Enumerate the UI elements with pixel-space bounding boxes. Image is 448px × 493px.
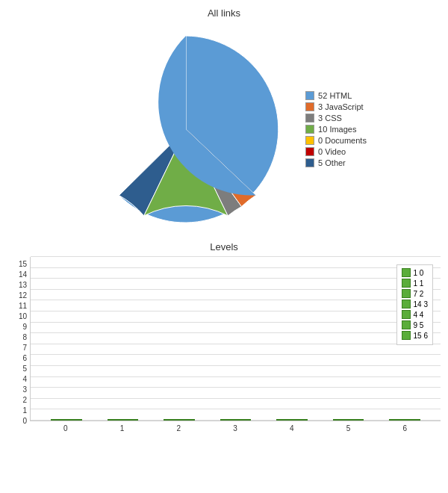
legend-color-other	[305, 158, 314, 167]
x-label: 0	[37, 424, 94, 432]
y-label-3: 3	[22, 386, 27, 394]
legend-label-other: 5 Other	[318, 158, 346, 167]
bar-legend-color	[402, 268, 411, 277]
bar-legend-color	[402, 279, 411, 288]
bar-legend-color	[402, 300, 411, 308]
bar-y-axis: 15 14 13 12 11 10 9 8 7 6 5 4 3 2 1 0	[7, 261, 30, 425]
bar-group	[376, 419, 433, 421]
bar-legend-label: 1 0	[414, 269, 424, 277]
bar-legend-item: 1 0	[402, 268, 428, 277]
bar	[276, 419, 308, 421]
bar	[389, 419, 420, 421]
bar-legend-label: 15 6	[414, 332, 428, 340]
bar-legend-label: 4 4	[414, 311, 424, 319]
y-label-11: 11	[19, 303, 27, 310]
x-label: 2	[150, 424, 207, 432]
bar-group	[151, 419, 208, 421]
legend-color-js	[305, 102, 314, 111]
legend-item-html: 52 HTML	[305, 91, 367, 100]
y-label-0: 0	[22, 418, 27, 425]
y-label-15: 15	[19, 261, 27, 268]
y-label-1: 1	[22, 407, 27, 415]
x-label: 3	[207, 424, 264, 432]
bar-legend-item: 7 2	[402, 289, 428, 298]
bar-legend-label: 9 5	[414, 321, 424, 329]
bar	[108, 419, 139, 421]
y-label-7: 7	[22, 344, 27, 352]
x-label: 5	[320, 424, 377, 432]
bar	[51, 419, 82, 421]
x-label: 6	[376, 424, 433, 432]
y-label-10: 10	[19, 313, 27, 320]
legend-color-html	[305, 91, 314, 100]
bar-legend-color	[402, 310, 411, 319]
legend-label-images: 10 Images	[318, 125, 356, 134]
legend-item-video: 0 Video	[305, 147, 367, 156]
bar-legend-label: 7 2	[414, 290, 424, 298]
bar-legend-item: 9 5	[402, 320, 428, 329]
bar-group	[95, 419, 152, 421]
chart-container: All links	[0, 0, 448, 493]
bar-legend-label: 14 3	[414, 300, 428, 308]
pie-section: All links	[0, 7, 448, 234]
bar-group	[264, 419, 320, 421]
y-label-13: 13	[19, 282, 27, 289]
legend-item-documents: 0 Documents	[305, 136, 367, 145]
legend-color-images	[305, 125, 314, 134]
bar-group	[38, 419, 95, 421]
legend-label-html: 52 HTML	[318, 91, 352, 100]
y-label-2: 2	[22, 397, 27, 404]
bar-legend-item: 1 1	[402, 279, 428, 288]
bar-group	[208, 419, 264, 421]
bars-container	[31, 257, 441, 421]
legend-item-css: 3 CSS	[305, 114, 367, 123]
y-label-4: 4	[22, 376, 27, 383]
y-label-8: 8	[22, 334, 27, 341]
legend-item-other: 5 Other	[305, 158, 367, 167]
bar-chart-area: 1 01 17 214 34 49 515 6 0123456	[30, 257, 441, 451]
legend-label-video: 0 Video	[318, 147, 346, 156]
bar-title: Levels	[210, 241, 238, 252]
legend-color-css	[305, 114, 314, 123]
x-label: 4	[264, 424, 320, 432]
bar-legend-color	[402, 331, 411, 340]
legend-color-video	[305, 147, 314, 156]
bar-legend-item: 4 4	[402, 310, 428, 319]
bar-plot: 1 01 17 214 34 49 515 6	[30, 257, 441, 421]
bar-legend-item: 14 3	[402, 300, 428, 308]
pie-legend: 52 HTML 3 JavaScript 3 CSS 10 Images 0 D…	[305, 91, 367, 167]
bar-section: Levels 15 14 13 12 11 10 9 8 7 6 5 4 3 2…	[0, 241, 448, 451]
bar-legend-label: 1 1	[414, 279, 424, 288]
legend-label-css: 3 CSS	[318, 114, 342, 123]
x-label: 1	[94, 424, 151, 432]
bar	[333, 419, 364, 421]
legend-label-documents: 0 Documents	[318, 136, 367, 145]
legend-label-js: 3 JavaScript	[318, 102, 364, 111]
y-label-14: 14	[19, 271, 27, 279]
bar-group	[320, 419, 377, 421]
y-label-5: 5	[22, 365, 27, 373]
legend-item-images: 10 Images	[305, 125, 367, 134]
pie-title: All links	[208, 7, 240, 19]
bar-legend: 1 01 17 214 34 49 515 6	[396, 264, 433, 345]
pie-chart	[81, 25, 290, 234]
bar	[164, 419, 195, 421]
bar-x-labels: 0123456	[30, 421, 441, 432]
y-label-9: 9	[22, 323, 27, 331]
y-label-6: 6	[22, 355, 27, 362]
bar-legend-item: 15 6	[402, 331, 428, 340]
bar-legend-color	[402, 289, 411, 298]
legend-color-documents	[305, 136, 314, 145]
bar-legend-color	[402, 320, 411, 329]
bar	[220, 419, 252, 421]
bar-wrapper: 15 14 13 12 11 10 9 8 7 6 5 4 3 2 1 0	[7, 257, 441, 451]
pie-wrapper: 52 HTML 3 JavaScript 3 CSS 10 Images 0 D…	[81, 25, 367, 234]
y-label-12: 12	[19, 292, 27, 300]
legend-item-js: 3 JavaScript	[305, 102, 367, 111]
